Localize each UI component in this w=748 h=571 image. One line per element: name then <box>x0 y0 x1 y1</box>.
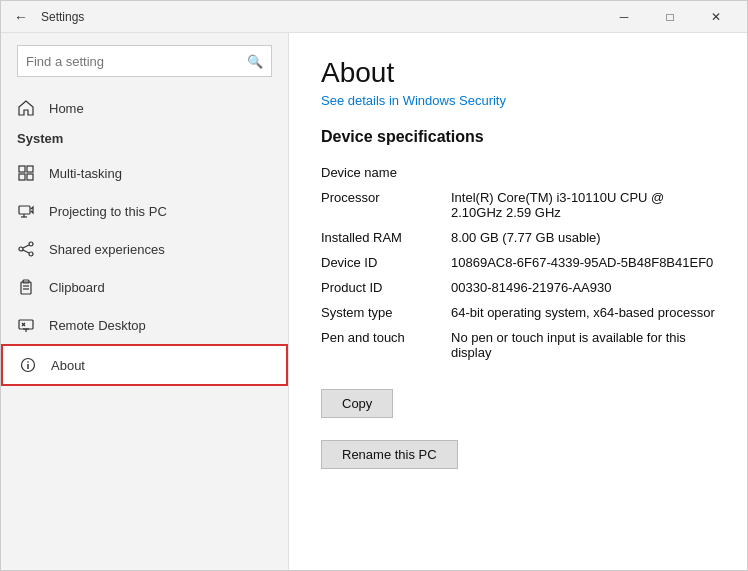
clipboard-icon <box>17 278 35 296</box>
svg-line-11 <box>23 250 29 253</box>
spec-value-device-name <box>451 165 715 180</box>
spec-value-processor: Intel(R) Core(TM) i3-10110U CPU @ 2.10GH… <box>451 190 715 220</box>
projecting-icon <box>17 202 35 220</box>
window-controls: ─ □ ✕ <box>601 1 739 33</box>
sidebar: 🔍 Home System <box>1 33 289 570</box>
back-button[interactable]: ← <box>9 5 33 29</box>
rename-pc-button[interactable]: Rename this PC <box>321 440 458 469</box>
svg-rect-1 <box>27 166 33 172</box>
spec-row-device-id: Device ID 10869AC8-6F67-4339-95AD-5B48F8… <box>321 250 715 275</box>
svg-line-10 <box>23 245 29 248</box>
copy-button[interactable]: Copy <box>321 389 393 418</box>
svg-rect-2 <box>19 174 25 180</box>
svg-rect-4 <box>19 206 30 214</box>
window-title: Settings <box>41 10 84 24</box>
spec-row-pen-touch: Pen and touch No pen or touch input is a… <box>321 325 715 365</box>
settings-window: ← Settings ─ □ ✕ 🔍 <box>0 0 748 571</box>
spec-label-pen-touch: Pen and touch <box>321 330 451 360</box>
title-bar-left: ← Settings <box>9 5 84 29</box>
spec-row-system-type: System type 64-bit operating system, x64… <box>321 300 715 325</box>
about-label: About <box>51 358 85 373</box>
spec-label-device-id: Device ID <box>321 255 451 270</box>
svg-point-8 <box>29 242 33 246</box>
spec-row-device-name: Device name <box>321 160 715 185</box>
spec-value-device-id: 10869AC8-6F67-4339-95AD-5B48F8B41EF0 <box>451 255 715 270</box>
shared-icon <box>17 240 35 258</box>
svg-rect-3 <box>27 174 33 180</box>
svg-rect-16 <box>19 320 33 329</box>
action-buttons: Copy Rename this PC <box>321 375 715 469</box>
remote-label: Remote Desktop <box>49 318 146 333</box>
projecting-label: Projecting to this PC <box>49 204 167 219</box>
multitasking-icon <box>17 164 35 182</box>
content-area: 🔍 Home System <box>1 33 747 570</box>
title-bar: ← Settings ─ □ ✕ <box>1 1 747 33</box>
sidebar-item-multitasking[interactable]: Multi-tasking <box>1 154 288 192</box>
svg-rect-0 <box>19 166 25 172</box>
sidebar-item-about[interactable]: About <box>1 344 288 386</box>
maximize-button[interactable]: □ <box>647 1 693 33</box>
spec-row-processor: Processor Intel(R) Core(TM) i3-10110U CP… <box>321 185 715 225</box>
spec-row-ram: Installed RAM 8.00 GB (7.77 GB usable) <box>321 225 715 250</box>
search-box[interactable]: 🔍 <box>17 45 272 77</box>
svg-point-23 <box>27 361 29 363</box>
spec-label-device-name: Device name <box>321 165 451 180</box>
sidebar-item-shared[interactable]: Shared experiences <box>1 230 288 268</box>
spec-row-product-id: Product ID 00330-81496-21976-AA930 <box>321 275 715 300</box>
spec-value-product-id: 00330-81496-21976-AA930 <box>451 280 715 295</box>
device-specs-title: Device specifications <box>321 128 715 146</box>
svg-point-7 <box>19 247 23 251</box>
sidebar-item-remote[interactable]: Remote Desktop <box>1 306 288 344</box>
shared-label: Shared experiences <box>49 242 165 257</box>
sidebar-item-home[interactable]: Home <box>1 89 288 127</box>
search-icon: 🔍 <box>247 54 263 69</box>
multitasking-label: Multi-tasking <box>49 166 122 181</box>
remote-icon <box>17 316 35 334</box>
spec-value-pen-touch: No pen or touch input is available for t… <box>451 330 715 360</box>
clipboard-label: Clipboard <box>49 280 105 295</box>
sidebar-section-label: System <box>1 127 288 154</box>
spec-label-system-type: System type <box>321 305 451 320</box>
sidebar-item-projecting[interactable]: Projecting to this PC <box>1 192 288 230</box>
minimize-button[interactable]: ─ <box>601 1 647 33</box>
main-content: About See details in Windows Security De… <box>289 33 747 570</box>
search-input[interactable] <box>26 54 247 69</box>
spec-label-product-id: Product ID <box>321 280 451 295</box>
spec-value-ram: 8.00 GB (7.77 GB usable) <box>451 230 715 245</box>
svg-rect-12 <box>21 282 31 294</box>
security-link[interactable]: See details in Windows Security <box>321 93 715 108</box>
home-icon <box>17 99 35 117</box>
spec-label-processor: Processor <box>321 190 451 220</box>
specs-container: Device name Processor Intel(R) Core(TM) … <box>321 160 715 365</box>
svg-point-9 <box>29 252 33 256</box>
about-icon <box>19 356 37 374</box>
close-button[interactable]: ✕ <box>693 1 739 33</box>
spec-value-system-type: 64-bit operating system, x64-based proce… <box>451 305 715 320</box>
sidebar-item-clipboard[interactable]: Clipboard <box>1 268 288 306</box>
spec-label-ram: Installed RAM <box>321 230 451 245</box>
home-label: Home <box>49 101 84 116</box>
page-title: About <box>321 57 715 89</box>
